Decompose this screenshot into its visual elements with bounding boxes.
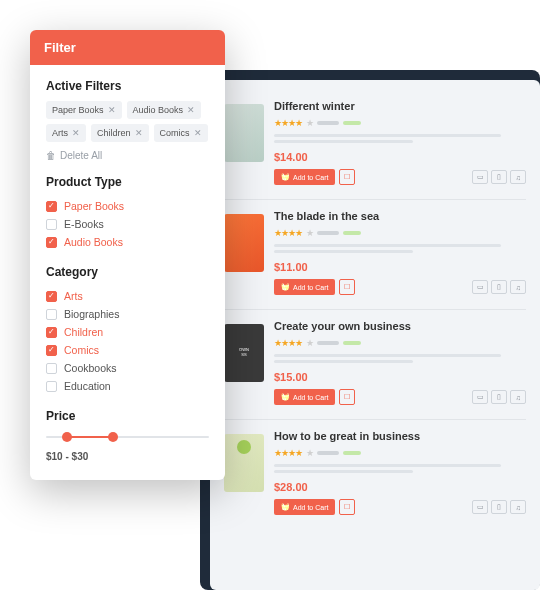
price-slider[interactable] — [46, 431, 209, 443]
star-icon: ★★★★ — [274, 338, 302, 348]
product-thumbnail[interactable]: OWNSS — [224, 324, 264, 382]
audio-icon[interactable]: ♫ — [510, 390, 526, 404]
rating-row: ★★★★★ — [274, 228, 526, 238]
checkbox-row[interactable]: ✓Comics — [46, 341, 209, 359]
ebook-icon[interactable]: ▭ — [472, 170, 488, 184]
checkbox-row[interactable]: Biographies — [46, 305, 209, 323]
checkbox-icon: ✓ — [46, 291, 57, 302]
ebook-icon[interactable]: ▭ — [472, 500, 488, 514]
rating-row: ★★★★★ — [274, 338, 526, 348]
add-to-cart-button[interactable]: Add to Cart — [274, 169, 335, 185]
filter-chip[interactable]: Audio Books✕ — [127, 101, 202, 119]
checkbox-row[interactable]: ✓Arts — [46, 287, 209, 305]
bookmark-button[interactable]: ☐ — [339, 499, 355, 515]
tablet-icon[interactable]: ▯ — [491, 280, 507, 294]
checkbox-row[interactable]: ✓Paper Books — [46, 197, 209, 215]
close-icon[interactable]: ✕ — [194, 128, 202, 138]
star-icon: ★★★★ — [274, 228, 302, 238]
checkbox-label: E-Books — [64, 218, 104, 230]
ebook-icon[interactable]: ▭ — [472, 390, 488, 404]
filter-chip[interactable]: Comics✕ — [154, 124, 208, 142]
product-type-list: ✓Paper BooksE-Books✓Audio Books — [46, 197, 209, 251]
rating-row: ★★★★★ — [274, 118, 526, 128]
close-icon[interactable]: ✕ — [108, 105, 116, 115]
filter-chip[interactable]: Arts✕ — [46, 124, 86, 142]
checkbox-icon: ✓ — [46, 201, 57, 212]
format-icons: ▭ ▯ ♫ — [472, 390, 526, 404]
product-type-title: Product Type — [46, 175, 209, 189]
slider-fill — [66, 436, 112, 438]
close-icon[interactable]: ✕ — [72, 128, 80, 138]
audio-icon[interactable]: ♫ — [510, 170, 526, 184]
star-icon: ★★★★ — [274, 448, 302, 458]
filter-chip[interactable]: Paper Books✕ — [46, 101, 122, 119]
action-row: Add to Cart ☐ ▭ ▯ ♫ — [274, 279, 526, 295]
product-list: Different winter ★★★★★ $14.00 Add to Car… — [210, 80, 540, 590]
audio-icon[interactable]: ♫ — [510, 280, 526, 294]
checkbox-icon — [46, 381, 57, 392]
text-placeholder — [274, 244, 501, 247]
checkbox-label: Children — [64, 326, 103, 338]
active-filter-chips: Paper Books✕Audio Books✕Arts✕Children✕Co… — [46, 101, 209, 142]
close-icon[interactable]: ✕ — [187, 105, 195, 115]
checkbox-icon: ✓ — [46, 237, 57, 248]
close-icon[interactable]: ✕ — [135, 128, 143, 138]
checkbox-label: Paper Books — [64, 200, 124, 212]
tablet-icon[interactable]: ▯ — [491, 170, 507, 184]
product-thumbnail[interactable] — [224, 434, 264, 492]
product-title[interactable]: Different winter — [274, 100, 526, 112]
checkbox-icon: ✓ — [46, 327, 57, 338]
rating-row: ★★★★★ — [274, 448, 526, 458]
chip-label: Arts — [52, 128, 68, 138]
action-row: Add to Cart ☐ ▭ ▯ ♫ — [274, 499, 526, 515]
text-placeholder — [274, 464, 501, 467]
price-title: Price — [46, 409, 209, 423]
product-title[interactable]: The blade in the sea — [274, 210, 526, 222]
active-filters-title: Active Filters — [46, 79, 209, 93]
product-title[interactable]: How to be great in business — [274, 430, 526, 442]
checkbox-label: Education — [64, 380, 111, 392]
add-to-cart-button[interactable]: Add to Cart — [274, 279, 335, 295]
star-icon: ★ — [306, 118, 313, 128]
tablet-icon[interactable]: ▯ — [491, 390, 507, 404]
checkbox-row[interactable]: Education — [46, 377, 209, 395]
category-title: Category — [46, 265, 209, 279]
checkbox-label: Audio Books — [64, 236, 123, 248]
meta-bar — [317, 451, 339, 455]
bookmark-button[interactable]: ☐ — [339, 169, 355, 185]
checkbox-row[interactable]: E-Books — [46, 215, 209, 233]
product-thumbnail[interactable] — [224, 104, 264, 162]
checkbox-row[interactable]: ✓Audio Books — [46, 233, 209, 251]
tablet-icon[interactable]: ▯ — [491, 500, 507, 514]
product-info: The blade in the sea ★★★★★ $11.00 Add to… — [274, 210, 526, 295]
filter-chip[interactable]: Children✕ — [91, 124, 149, 142]
audio-icon[interactable]: ♫ — [510, 500, 526, 514]
chip-label: Comics — [160, 128, 190, 138]
star-icon: ★ — [306, 228, 313, 238]
bookmark-button[interactable]: ☐ — [339, 389, 355, 405]
filter-header: Filter — [30, 30, 225, 65]
meta-bar — [343, 231, 361, 235]
slider-knob-max[interactable] — [108, 432, 118, 442]
action-row: Add to Cart ☐ ▭ ▯ ♫ — [274, 389, 526, 405]
bookmark-button[interactable]: ☐ — [339, 279, 355, 295]
product-row: How to be great in business ★★★★★ $28.00… — [224, 420, 526, 529]
filter-panel: Filter Active Filters Paper Books✕Audio … — [30, 30, 225, 480]
meta-bar — [343, 451, 361, 455]
delete-all-button[interactable]: 🗑 Delete All — [46, 150, 209, 161]
checkbox-row[interactable]: Cookbooks — [46, 359, 209, 377]
checkbox-icon: ✓ — [46, 345, 57, 356]
add-to-cart-button[interactable]: Add to Cart — [274, 389, 335, 405]
product-price: $28.00 — [274, 481, 526, 493]
meta-bar — [317, 231, 339, 235]
slider-knob-min[interactable] — [62, 432, 72, 442]
product-title[interactable]: Create your own business — [274, 320, 526, 332]
add-to-cart-button[interactable]: Add to Cart — [274, 499, 335, 515]
product-info: Different winter ★★★★★ $14.00 Add to Car… — [274, 100, 526, 185]
ebook-icon[interactable]: ▭ — [472, 280, 488, 294]
product-thumbnail[interactable] — [224, 214, 264, 272]
star-icon: ★ — [306, 338, 313, 348]
checkbox-row[interactable]: ✓Children — [46, 323, 209, 341]
checkbox-label: Comics — [64, 344, 99, 356]
product-price: $11.00 — [274, 261, 526, 273]
